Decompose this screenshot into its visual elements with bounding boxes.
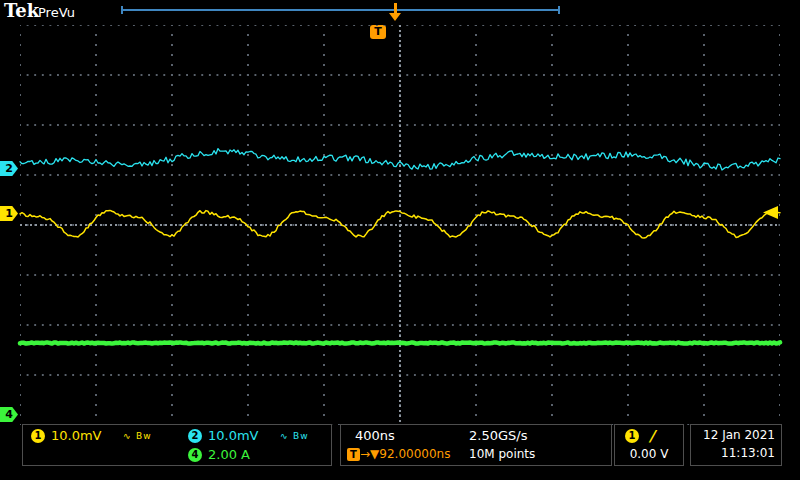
- ch1-coupling-icon: ∿: [123, 431, 132, 441]
- record-length: 10M points: [469, 447, 535, 461]
- ch1-bandwidth-icon: Bw: [136, 431, 152, 441]
- ch2-badge: 2: [188, 429, 202, 443]
- ch4-position-marker: 4: [0, 407, 18, 422]
- time-per-div: 400ns: [355, 428, 395, 443]
- ch2-bandwidth-icon: Bw: [293, 431, 309, 441]
- horizontal-readout-box: 400ns 2.50GS/s 10M points T→▼92.00000ns: [340, 424, 612, 466]
- record-view-left-tick: [121, 6, 123, 14]
- record-view-right-tick: [558, 6, 560, 14]
- ch1-badge: 1: [31, 429, 45, 443]
- trigger-delay-arrows-icon: →▼: [360, 447, 379, 461]
- ch1-scale: 10.0mV: [51, 428, 102, 443]
- trigger-delay-readout: T→▼92.00000ns: [347, 447, 450, 461]
- channel-readout-box: 1 10.0mV ∿ Bw 2 10.0mV ∿ Bw 4 2.00 A: [22, 424, 332, 466]
- trigger-delay-marker: T: [347, 448, 360, 461]
- sample-rate: 2.50GS/s: [469, 428, 527, 443]
- trigger-delay-value: 92.00000ns: [379, 447, 450, 461]
- ch2-coupling-icon: ∿: [280, 431, 289, 441]
- acquisition-status: PreVu: [38, 5, 75, 20]
- record-view-bar: [123, 9, 559, 11]
- oscilloscope-screen: Tek PreVu T 2 1 4 1 10.0mV ∿ Bw 2 10.0mV…: [0, 0, 800, 480]
- trigger-position-arrowhead-icon: [389, 13, 401, 21]
- ch2-position-marker: 2: [0, 161, 18, 176]
- ch4-scale: 2.00 A: [208, 447, 250, 462]
- ch4-badge: 4: [188, 448, 202, 462]
- datetime-box: 12 Jan 2021 11:13:01: [690, 424, 782, 466]
- trigger-slope-icon: /: [649, 427, 654, 445]
- time-label: 11:13:01: [721, 446, 775, 460]
- ch1-position-marker: 1: [0, 206, 18, 221]
- tek-logo: Tek: [4, 0, 39, 21]
- date-label: 12 Jan 2021: [703, 428, 775, 442]
- ch2-scale: 10.0mV: [208, 428, 259, 443]
- trigger-level: 0.00 V: [615, 447, 683, 461]
- trigger-readout-box: 1 / 0.00 V: [614, 424, 684, 466]
- graticule-center-horizontal-axis: [20, 224, 780, 226]
- trigger-source-badge: 1: [625, 429, 639, 443]
